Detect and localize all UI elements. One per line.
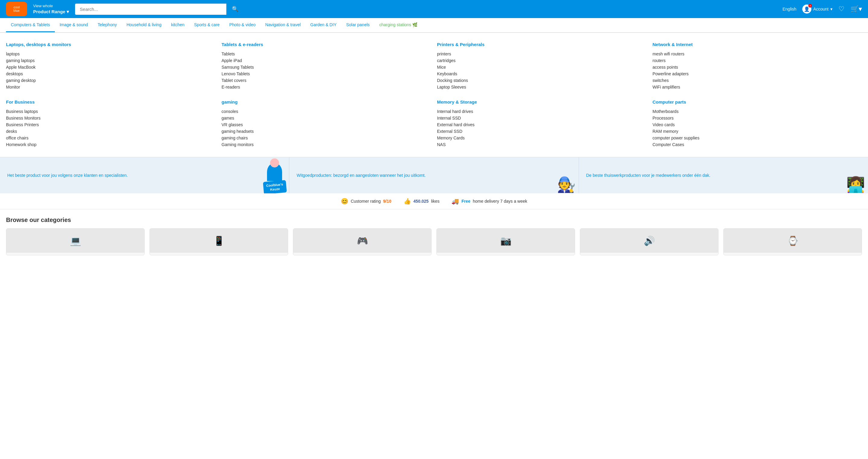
free-label: Free — [461, 199, 470, 204]
menu-category-network-internet: Network & Internetmesh wifi routersroute… — [652, 42, 862, 90]
account-button[interactable]: 👤 ✕ Account ▾ — [802, 4, 832, 13]
menu-item[interactable]: Memory Cards — [437, 135, 647, 141]
rating-value: 9/10 — [383, 199, 391, 204]
menu-item[interactable]: Internal hard drives — [437, 108, 647, 115]
menu-item[interactable]: Business laptops — [6, 108, 216, 115]
menu-item[interactable]: Mice — [437, 64, 647, 70]
menu-item[interactable]: Keyboards — [437, 70, 647, 77]
menu-item[interactable]: computer power supplies — [652, 135, 862, 141]
header: cool blue View whole Product Range ▾ 🔍 E… — [0, 0, 868, 18]
menu-item[interactable]: Internal SSD — [437, 115, 647, 121]
menu-item[interactable]: Motherboards — [652, 108, 862, 115]
coolblue-logo[interactable]: cool blue — [6, 2, 27, 16]
stat-delivery: 🚚 Free home delivery 7 days a week — [452, 198, 527, 205]
menu-item[interactable]: VR glasses — [221, 121, 431, 128]
menu-item[interactable]: printers — [437, 51, 647, 57]
menu-item[interactable]: gaming desktop — [6, 77, 216, 84]
nav-item-kitchen[interactable]: kitchen — [166, 18, 189, 31]
menu-item[interactable]: access points — [652, 64, 862, 70]
menu-item[interactable]: cartridges — [437, 57, 647, 64]
promo-banner-best-product[interactable]: Het beste product voor jou volgens onze … — [0, 157, 289, 193]
menu-item[interactable]: Homework shop — [6, 141, 216, 148]
nav-item-sports-care[interactable]: Sports & care — [189, 18, 224, 31]
stat-likes: 👍 450.025 likes — [404, 198, 440, 205]
cart-icon[interactable]: 🛒▾ — [850, 5, 862, 13]
category-title-computer-parts[interactable]: Computer parts — [652, 99, 862, 104]
nav-item-solar-panels[interactable]: Solar panels — [341, 18, 375, 31]
category-title-for-business[interactable]: For Business — [6, 99, 216, 104]
menu-item[interactable]: Processors — [652, 115, 862, 121]
menu-item[interactable]: Computer Cases — [652, 141, 862, 148]
category-title-laptops-desktops[interactable]: Laptops, desktops & monitors — [6, 42, 216, 47]
nav-item-household-living[interactable]: Household & living — [122, 18, 166, 31]
menu-item[interactable]: gaming laptops — [6, 57, 216, 64]
menu-item[interactable]: Docking stations — [437, 77, 647, 84]
wishlist-icon[interactable]: ♡ — [838, 5, 844, 13]
menu-item[interactable]: gaming headsets — [221, 128, 431, 135]
card-image: 💻 — [6, 229, 144, 253]
menu-category-printers-peripherals: Printers & Peripheralsprinterscartridges… — [437, 42, 647, 90]
menu-item[interactable]: desks — [6, 128, 216, 135]
category-card[interactable]: 🎮 — [293, 228, 432, 255]
menu-item[interactable]: Tablets — [221, 51, 431, 57]
search-input[interactable] — [75, 4, 226, 15]
menu-item[interactable]: games — [221, 115, 431, 121]
menu-item[interactable]: switches — [652, 77, 862, 84]
menu-item[interactable]: Powerline adapters — [652, 70, 862, 77]
category-card[interactable]: 💻 — [6, 228, 145, 255]
promo-banner-delivery[interactable]: Witgoedproducten: bezorgd en aangesloten… — [289, 157, 579, 193]
delivery-text: home delivery 7 days a week — [473, 199, 527, 204]
category-title-tablets-ereaders[interactable]: Tablets & e-readers — [221, 42, 431, 47]
nav-item-computers-tablets[interactable]: Computers & Tablets — [6, 18, 55, 32]
menu-item[interactable]: routers — [652, 57, 862, 64]
menu-category-computer-parts: Computer partsMotherboardsProcessorsVide… — [652, 99, 862, 148]
category-title-network-internet[interactable]: Network & Internet — [652, 42, 862, 47]
category-title-printers-peripherals[interactable]: Printers & Peripherals — [437, 42, 647, 47]
menu-item[interactable]: External hard drives — [437, 121, 647, 128]
menu-item[interactable]: consoles — [221, 108, 431, 115]
category-card[interactable]: ⌚ — [723, 228, 862, 255]
menu-item[interactable]: Business Printers — [6, 121, 216, 128]
menu-item[interactable]: gaming chairs — [221, 135, 431, 141]
main-nav: Computers & TabletsImage & soundTelephon… — [0, 18, 868, 33]
language-selector[interactable]: English — [782, 7, 796, 11]
menu-item[interactable]: RAM memory — [652, 128, 862, 135]
menu-item[interactable]: office chairs — [6, 135, 216, 141]
menu-item[interactable]: E-readers — [221, 84, 431, 90]
nav-item-telephony[interactable]: Telephony — [93, 18, 122, 31]
menu-item[interactable]: desktops — [6, 70, 216, 77]
nav-item-navigation-travel[interactable]: Navigation & travel — [260, 18, 306, 31]
nav-item-photo-video[interactable]: Photo & video — [224, 18, 260, 31]
category-title-memory-storage[interactable]: Memory & Storage — [437, 99, 647, 104]
card-image: 📷 — [437, 229, 575, 253]
menu-item[interactable]: NAS — [437, 141, 647, 148]
menu-category-tablets-ereaders: Tablets & e-readersTabletsApple iPadSams… — [221, 42, 431, 90]
nav-item-garden-diy[interactable]: Garden & DIY — [306, 18, 341, 31]
view-range[interactable]: View whole Product Range ▾ — [33, 4, 69, 14]
category-card[interactable]: 📱 — [150, 228, 288, 255]
search-button[interactable]: 🔍 — [226, 4, 244, 15]
category-title-gaming[interactable]: gaming — [221, 99, 431, 104]
menu-item[interactable]: External SSD — [437, 128, 647, 135]
menu-item[interactable]: mesh wifi routers — [652, 51, 862, 57]
menu-item[interactable]: Business Monitors — [6, 115, 216, 121]
menu-item[interactable]: Laptop Sleeves — [437, 84, 647, 90]
promo-banner-homework[interactable]: De beste thuiswerkproducten voor je mede… — [579, 157, 868, 193]
nav-item-image-sound[interactable]: Image & sound — [55, 18, 93, 31]
menu-item[interactable]: Samsung Tablets — [221, 64, 431, 70]
menu-item[interactable]: Apple MacBook — [6, 64, 216, 70]
menu-item[interactable]: Apple iPad — [221, 57, 431, 64]
category-card[interactable]: 🔊 — [580, 228, 718, 255]
category-card[interactable]: 📷 — [436, 228, 575, 255]
menu-item[interactable]: WiFi amplifiers — [652, 84, 862, 90]
menu-item[interactable]: Lenovo Tablets — [221, 70, 431, 77]
menu-item[interactable]: Gaming monitors — [221, 141, 431, 148]
likes-suffix: likes — [431, 199, 439, 204]
category-cards: 💻📱🎮📷🔊⌚ — [6, 228, 862, 255]
menu-item[interactable]: Tablet covers — [221, 77, 431, 84]
menu-item[interactable]: Monitor — [6, 84, 216, 90]
menu-item[interactable]: laptops — [6, 51, 216, 57]
nav-item-charging-stations[interactable]: charging stations 🌿 — [375, 18, 423, 31]
menu-item[interactable]: Video cards — [652, 121, 862, 128]
nav-list: Computers & TabletsImage & soundTelephon… — [6, 18, 862, 32]
